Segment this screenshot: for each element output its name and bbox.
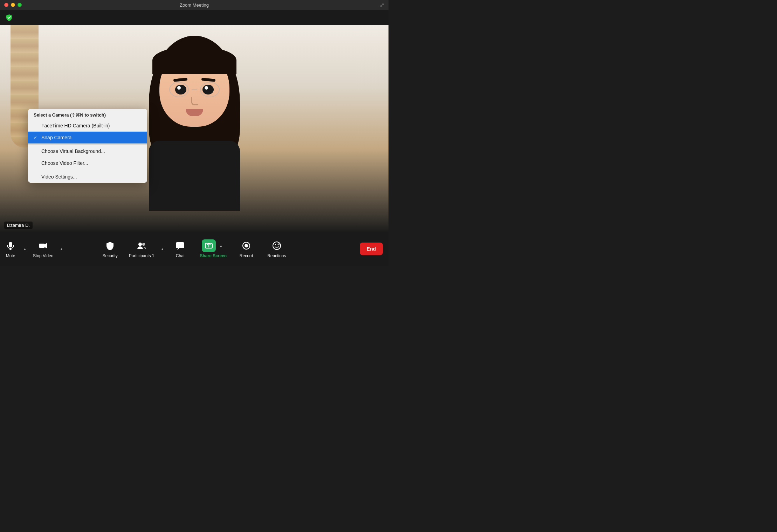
stop-video-label: Stop Video [33,253,54,258]
reactions-icon [270,239,283,252]
toolbar-right-section: End [360,243,383,255]
avatar-body [149,141,240,211]
avatar-nose [191,97,198,105]
avatar-mouth [186,109,203,116]
share-screen-group: ▲ Share Screen [194,237,232,260]
svg-point-16 [245,244,248,247]
record-label: Record [240,253,253,258]
camera-option-snap[interactable]: ✓ Snap Camera [28,132,147,144]
share-icon-bg [202,239,216,252]
participants-group: Participants 1 ▲ [125,237,166,261]
share-chevron-icon: ▲ [219,244,223,248]
reactions-label: Reactions [267,253,286,258]
camera-option-virtual-bg[interactable]: Choose Virtual Background... [28,145,147,157]
avatar-glass-left [169,82,189,97]
toolbar-left-section: Mute ▲ Stop Video ▲ [0,232,65,266]
toolbar: Mute ▲ Stop Video ▲ [0,232,388,266]
camera-option-settings[interactable]: Video Settings... [28,171,147,183]
share-icon-container: ▲ [202,239,225,252]
avatar-glasses [169,82,220,97]
participants-arrow-button[interactable]: ▲ [159,244,166,254]
svg-marker-12 [177,248,179,250]
svg-point-19 [277,244,279,245]
avatar-brow-right [201,78,215,82]
participants-label: Participants 1 [129,253,154,258]
share-arrow-button[interactable]: ▲ [217,241,225,251]
record-button[interactable]: Record [232,237,260,261]
participants-button[interactable]: Participants 1 [125,237,159,261]
mute-chevron-icon: ▲ [23,247,27,251]
menu-divider-2 [28,170,147,170]
toolbar-center-section: Security Participants 1 ▲ [95,237,293,261]
camera-menu-header: Select a Camera (⇧⌘N to switch) [28,109,147,120]
close-button[interactable] [4,3,8,7]
mute-arrow-button[interactable]: ▲ [21,244,29,254]
avatar-glass-right [200,82,220,97]
chat-label: Chat [176,253,185,258]
traffic-lights [4,3,22,7]
reactions-button[interactable]: Reactions [260,237,293,261]
video-icon [37,239,49,252]
shield-icon [5,13,13,22]
expand-button[interactable]: ⤢ [380,2,384,8]
maximize-button[interactable] [18,3,22,7]
avatar-brow-left [173,78,187,82]
mute-label: Mute [6,253,15,258]
minimize-button[interactable] [11,3,15,7]
participants-chevron-icon: ▲ [161,247,164,251]
title-bar: Zoom Meeting ⤢ [0,0,388,10]
svg-marker-8 [45,243,47,248]
share-screen-button[interactable]: ▲ Share Screen [194,237,232,260]
security-icon [104,239,116,252]
svg-point-9 [138,243,142,246]
video-area: Dzamira D. Select a Camera (⇧⌘N to switc… [0,25,388,232]
window-title: Zoom Meeting [180,2,209,8]
svg-point-10 [142,243,145,246]
avatar-glass-bridge [192,89,197,90]
svg-point-18 [275,244,276,245]
video-arrow-button[interactable]: ▲ [57,244,65,254]
video-chevron-icon: ▲ [60,247,63,251]
avatar-hair-front [152,46,236,74]
svg-rect-4 [9,242,12,247]
security-button[interactable]: Security [95,237,124,261]
camera-option-facetime[interactable]: FaceTime HD Camera (Built-in) [28,120,147,132]
mute-button[interactable]: Mute [0,237,21,261]
svg-point-17 [273,242,281,250]
svg-rect-11 [176,242,184,248]
check-mark-icon: ✓ [34,135,39,140]
record-icon [240,239,253,252]
chat-icon [174,239,186,252]
share-screen-label: Share Screen [200,253,227,258]
chat-button[interactable]: Chat [166,237,194,261]
stop-video-group: Stop Video ▲ [29,237,65,261]
security-label: Security [102,253,117,258]
top-bar [0,10,388,25]
camera-menu: Select a Camera (⇧⌘N to switch) FaceTime… [28,109,147,183]
participants-icon [135,239,148,252]
participant-name-label: Dzamira D. [4,222,33,229]
stop-video-button[interactable]: Stop Video [29,237,58,261]
end-button[interactable]: End [360,243,383,255]
mute-icon [4,239,17,252]
svg-rect-7 [39,244,45,248]
camera-option-video-filter[interactable]: Choose Video Filter... [28,157,147,169]
mute-group: Mute ▲ [0,237,29,261]
menu-divider-1 [28,144,147,145]
